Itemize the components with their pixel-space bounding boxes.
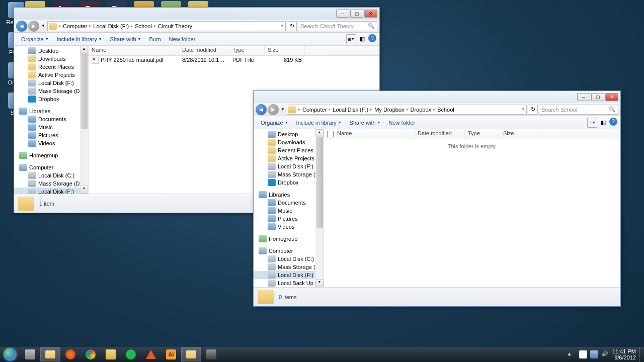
crumb-mydropbox[interactable]: My Dropbox xyxy=(372,107,406,113)
sidebar-documents[interactable]: Documents xyxy=(14,115,88,123)
titlebar[interactable]: ─ ▢ ✕ xyxy=(254,91,620,103)
new-folder-button[interactable]: New folder xyxy=(165,35,200,43)
sidebar-videos[interactable]: Videos xyxy=(14,139,88,147)
select-all-checkbox[interactable] xyxy=(327,131,334,137)
new-folder-button[interactable]: New folder xyxy=(385,119,420,127)
crumb-computer[interactable]: Computer xyxy=(300,107,329,113)
search-input[interactable]: Search School🔍 xyxy=(539,105,618,115)
sidebar-drive-f-fav[interactable]: Local Disk (F:) xyxy=(14,79,88,87)
view-button[interactable]: ≡▼ xyxy=(587,118,597,128)
scroll-up[interactable]: ▴ xyxy=(80,46,88,54)
sidebar-desktop[interactable]: Desktop xyxy=(14,47,88,55)
taskbar-media-player[interactable] xyxy=(60,347,80,361)
sidebar-pictures[interactable]: Pictures xyxy=(14,131,88,139)
sidebar-recent[interactable]: Recent Places xyxy=(14,63,88,71)
taskbar-illustrator[interactable]: Ai xyxy=(161,347,181,361)
sidebar-desktop[interactable]: Desktop xyxy=(254,130,324,138)
column-date[interactable]: Date modified xyxy=(415,129,465,139)
crumb-school[interactable]: School xyxy=(133,23,154,29)
include-library-button[interactable]: Include in library▼ xyxy=(292,119,346,127)
sidebar-drive-d[interactable]: Mass Storage (D:) xyxy=(14,179,88,188)
crumb-dropbox[interactable]: Dropbox xyxy=(409,107,434,113)
history-dropdown[interactable]: ▼ xyxy=(40,21,46,31)
crumb-computer[interactable]: Computer xyxy=(61,23,89,29)
sidebar-drive-f-fav[interactable]: Local Disk (F:) xyxy=(254,162,324,170)
preview-pane-button[interactable]: ◧ xyxy=(598,118,608,128)
crumb-drive[interactable]: Local Disk (F:) xyxy=(91,23,131,29)
column-date[interactable]: Date modified xyxy=(179,46,229,55)
taskbar-vlc[interactable] xyxy=(141,347,161,361)
forward-button[interactable]: ► xyxy=(28,21,39,32)
column-name[interactable]: Name xyxy=(324,129,415,139)
sidebar-drive-f[interactable]: Local Disk (F:) xyxy=(14,188,88,194)
minimize-button[interactable]: ─ xyxy=(577,93,590,101)
sidebar-music[interactable]: Music xyxy=(254,207,324,215)
sidebar-computer[interactable]: Computer xyxy=(14,163,88,171)
sidebar-active[interactable]: Active Projects xyxy=(14,71,88,79)
share-button[interactable]: Share with▼ xyxy=(346,119,385,127)
file-row[interactable]: PHY 2250 lab manual.pdf 8/28/2012 10:10 … xyxy=(89,56,379,65)
refresh-button[interactable]: ↻ xyxy=(528,105,538,115)
scroll-down[interactable]: ▾ xyxy=(315,279,324,287)
taskbar-notes[interactable] xyxy=(101,347,121,361)
sidebar-dropbox[interactable]: Dropbox xyxy=(14,95,88,103)
scroll-thumb[interactable] xyxy=(316,137,323,228)
sidebar-drive-f[interactable]: Local Disk (F:) xyxy=(254,271,324,279)
crumb-drive[interactable]: Local Disk (F:) xyxy=(331,107,370,113)
column-name[interactable]: Name xyxy=(89,46,179,55)
tray-volume-icon[interactable]: 🔊 xyxy=(601,350,609,358)
column-size[interactable]: Size xyxy=(500,129,540,139)
help-button[interactable]: ? xyxy=(368,34,376,42)
minimize-button[interactable]: ─ xyxy=(336,10,349,18)
sidebar-drive-i[interactable]: Local Back Up (I:) xyxy=(254,279,324,287)
sidebar-libraries[interactable]: Libraries xyxy=(14,107,88,115)
sidebar-dropbox[interactable]: Dropbox xyxy=(254,178,324,187)
sidebar-mass-storage-fav[interactable]: Mass Storage (D:) xyxy=(254,170,324,178)
scroll-up[interactable]: ▴ xyxy=(315,129,324,137)
sidebar-downloads[interactable]: Downloads xyxy=(254,138,324,146)
sidebar-libraries[interactable]: Libraries xyxy=(254,191,324,199)
start-button[interactable] xyxy=(0,347,20,362)
column-type[interactable]: Type xyxy=(465,129,500,139)
column-size[interactable]: Size xyxy=(265,46,305,55)
tray-show-hidden[interactable]: ▴ xyxy=(568,350,576,358)
column-type[interactable]: Type xyxy=(229,46,265,55)
sidebar-drive-c[interactable]: Local Disk (C:) xyxy=(254,255,324,263)
history-dropdown[interactable]: ▼ xyxy=(280,105,286,115)
close-button[interactable]: ✕ xyxy=(605,93,618,101)
share-button[interactable]: Share with▼ xyxy=(106,35,145,43)
sidebar-documents[interactable]: Documents xyxy=(254,199,324,207)
refresh-button[interactable]: ↻ xyxy=(287,21,297,31)
sidebar-drive-c[interactable]: Local Disk (C:) xyxy=(14,171,88,179)
address-bar[interactable]: ▸ Computer▸ Local Disk (F:)▸ My Dropbox▸… xyxy=(287,105,527,115)
taskbar-explorer-2[interactable] xyxy=(181,347,201,361)
crumb-current[interactable]: School xyxy=(435,107,456,113)
taskbar-explorer[interactable] xyxy=(40,347,60,361)
sidebar-videos[interactable]: Videos xyxy=(254,223,324,231)
system-clock[interactable]: 11:41 PM 9/6/2012 xyxy=(612,348,636,360)
close-button[interactable]: ✕ xyxy=(364,10,377,18)
sidebar-mass-storage-fav[interactable]: Mass Storage (D:) xyxy=(14,87,88,95)
preview-pane-button[interactable]: ◧ xyxy=(357,34,367,44)
sidebar-homegroup[interactable]: Homegroup xyxy=(254,235,324,243)
crumb-current[interactable]: Circuit Theory xyxy=(156,23,194,29)
burn-button[interactable]: Burn xyxy=(145,35,165,43)
scroll-thumb[interactable] xyxy=(80,54,88,129)
maximize-button[interactable]: ▢ xyxy=(591,93,604,101)
sidebar-music[interactable]: Music xyxy=(14,123,88,131)
sidebar-recent[interactable]: Recent Places xyxy=(254,146,324,154)
sidebar-active[interactable]: Active Projects xyxy=(254,154,324,162)
sidebar-computer[interactable]: Computer xyxy=(254,247,324,255)
search-input[interactable]: Search Circuit Theory🔍 xyxy=(298,21,377,31)
titlebar[interactable]: ─ ▢ ✕ xyxy=(14,8,379,20)
taskbar-spotify[interactable] xyxy=(121,347,141,361)
back-button[interactable]: ◄ xyxy=(256,104,267,115)
view-button[interactable]: ≡▼ xyxy=(346,34,356,44)
include-library-button[interactable]: Include in library▼ xyxy=(53,35,106,43)
organize-button[interactable]: Organize▼ xyxy=(17,35,53,43)
taskbar-chrome[interactable] xyxy=(80,347,101,361)
address-bar[interactable]: ▸ Computer▸ Local Disk (F:)▸ School▸ Cir… xyxy=(47,21,286,31)
organize-button[interactable]: Organize▼ xyxy=(257,119,292,127)
taskbar-app-1[interactable] xyxy=(20,347,40,361)
sidebar-pictures[interactable]: Pictures xyxy=(254,215,324,223)
